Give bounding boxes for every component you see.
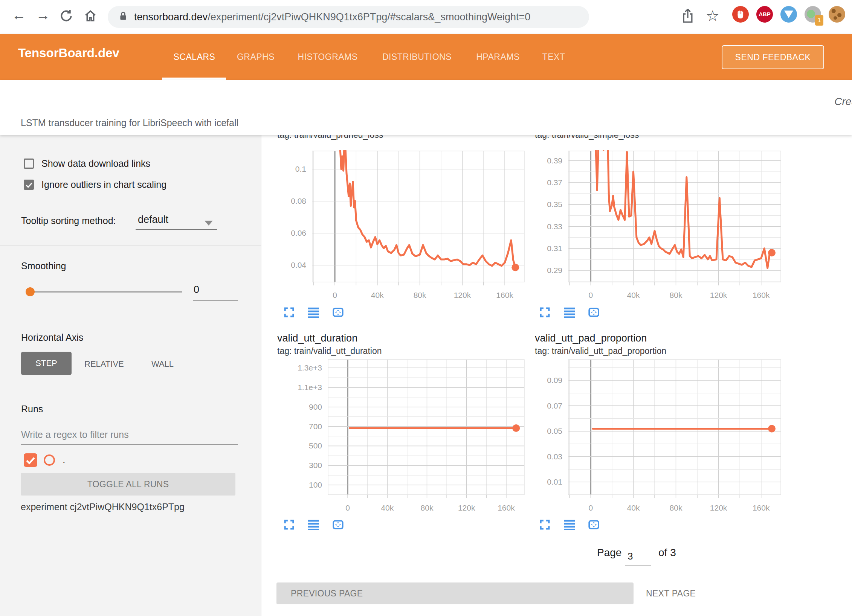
svg-text:0: 0 — [345, 503, 350, 512]
run-checkbox-checked[interactable] — [24, 453, 37, 467]
chart-toolbar — [284, 307, 344, 318]
log-scale-icon[interactable] — [308, 307, 319, 318]
page-number-input[interactable]: 3 — [628, 550, 633, 562]
cookie-extension-icon[interactable] — [829, 6, 845, 23]
log-scale-icon[interactable] — [564, 519, 575, 530]
ignore-outliers-checkbox-row[interactable]: Ignore outliers in chart scaling — [24, 179, 166, 190]
experiment-description: LSTM transducer training for LibriSpeech… — [21, 117, 238, 128]
previous-page-button[interactable]: PREVIOUS PAGE — [276, 582, 634, 604]
svg-text:40k: 40k — [381, 503, 394, 512]
url-text: tensorboard.dev/experiment/cj2vtPiwQHKN9… — [134, 11, 530, 23]
back-icon[interactable]: ← — [9, 5, 29, 25]
reload-icon[interactable] — [56, 5, 76, 25]
tab-scalars[interactable]: SCALARS — [174, 52, 215, 62]
svg-text:0.07: 0.07 — [547, 401, 562, 410]
checkbox-checked-icon[interactable] — [24, 180, 34, 190]
svg-text:80k: 80k — [414, 291, 426, 299]
page-label: Page — [597, 547, 621, 559]
checkbox-unchecked-icon[interactable] — [24, 159, 34, 169]
svg-text:1.1e+3: 1.1e+3 — [298, 383, 322, 392]
chart-toolbar — [539, 307, 599, 318]
share-icon[interactable] — [680, 8, 697, 24]
fit-domain-icon[interactable] — [333, 307, 344, 318]
chart-title: valid_utt_pad_proportion — [535, 332, 647, 344]
tooltip-sorting-dropdown[interactable]: default — [138, 214, 168, 226]
profile-extension-icon[interactable]: 1 — [805, 6, 821, 23]
chart-valid-pruned-loss[interactable]: 0.040.060.080.1040k80k120k160k — [312, 151, 524, 282]
svg-text:0.35: 0.35 — [547, 200, 562, 209]
abp-extension-icon[interactable]: ABP — [756, 6, 773, 23]
smoothing-slider-thumb[interactable] — [26, 287, 35, 296]
adblock-hand-extension-icon[interactable] — [732, 6, 749, 23]
axis-step-button[interactable]: STEP — [21, 352, 72, 375]
run-color-circle-icon[interactable] — [44, 454, 55, 466]
chart-title: valid_utt_duration — [277, 332, 357, 344]
fit-domain-icon[interactable] — [588, 519, 599, 530]
svg-text:160k: 160k — [753, 503, 770, 512]
v-triangle — [784, 11, 793, 18]
tab-histograms[interactable]: HISTOGRAMS — [298, 52, 357, 62]
url-bar[interactable]: tensorboard.dev/experiment/cj2vtPiwQHKN9… — [108, 6, 589, 28]
forward-icon[interactable]: → — [33, 5, 53, 25]
fullscreen-icon[interactable] — [284, 307, 295, 318]
home-icon[interactable] — [81, 5, 100, 25]
fullscreen-icon[interactable] — [284, 519, 295, 530]
fit-domain-icon[interactable] — [588, 307, 599, 318]
svg-text:0.01: 0.01 — [547, 477, 562, 486]
svg-text:0.05: 0.05 — [547, 427, 562, 435]
log-scale-icon[interactable] — [308, 519, 319, 530]
next-page-button[interactable]: NEXT PAGE — [646, 582, 696, 604]
svg-text:120k: 120k — [710, 291, 727, 299]
runs-filter-underline — [21, 444, 238, 445]
sidebar-divider — [0, 315, 261, 315]
svg-text:40k: 40k — [627, 291, 640, 299]
axis-wall-button[interactable]: WALL — [151, 359, 174, 369]
svg-text:0.33: 0.33 — [547, 222, 562, 231]
svg-text:0.04: 0.04 — [291, 261, 306, 269]
tab-text[interactable]: TEXT — [542, 52, 565, 62]
clipped-chart-tag: tag: train/valid_pruned_loss — [277, 135, 488, 140]
tab-distributions[interactable]: DISTRIBUTIONS — [382, 52, 452, 62]
svg-text:0: 0 — [589, 291, 593, 299]
chart-toolbar — [284, 519, 344, 530]
svg-text:0.37: 0.37 — [547, 178, 562, 187]
smoothing-value-underline — [193, 300, 238, 301]
sidebar-divider — [0, 245, 261, 246]
chart-valid-simple-loss[interactable]: 0.290.310.330.350.370.39040k80k120k160k — [568, 151, 781, 282]
svg-text:120k: 120k — [458, 503, 475, 512]
tab-graphs[interactable]: GRAPHS — [237, 52, 275, 62]
bookmark-star-icon[interactable]: ☆ — [704, 8, 721, 24]
svg-text:40k: 40k — [371, 291, 384, 299]
chart-valid-utt-pad-proportion[interactable]: 0.010.030.050.070.09040k80k120k160k — [568, 360, 781, 495]
fullscreen-icon[interactable] — [539, 519, 550, 530]
log-scale-icon[interactable] — [564, 307, 575, 318]
horizontal-axis-label: Horizontal Axis — [21, 332, 83, 343]
svg-text:80k: 80k — [670, 503, 683, 512]
svg-text:0.06: 0.06 — [291, 229, 306, 237]
svg-text:160k: 160k — [753, 291, 770, 299]
page-input-underline — [625, 566, 651, 566]
tooltip-sorting-label: Tooltip sorting method: — [21, 215, 116, 226]
svg-text:0.1: 0.1 — [295, 165, 306, 173]
svg-text:500: 500 — [309, 441, 322, 450]
fit-domain-icon[interactable] — [333, 519, 344, 530]
v-extension-icon[interactable] — [780, 6, 797, 23]
show-download-links-checkbox-row[interactable]: Show data download links — [24, 158, 150, 169]
runs-filter-input[interactable]: Write a regex to filter runs — [21, 429, 129, 440]
chart-valid-utt-duration[interactable]: 1003005007009001.1e+31.3e+3040k80k120k16… — [328, 360, 524, 495]
chart-tag: tag: train/valid_utt_duration — [277, 346, 382, 356]
toggle-all-runs-button[interactable]: TOGGLE ALL RUNS — [21, 473, 235, 496]
chevron-down-icon[interactable] — [205, 221, 213, 226]
chart-tag: tag: train/valid_utt_pad_proportion — [535, 346, 666, 356]
svg-text:300: 300 — [309, 461, 322, 470]
send-feedback-button[interactable]: SEND FEEDBACK — [722, 45, 824, 69]
experiment-name: experiment cj2vtPiwQHKN9Q1tx6PTpg — [21, 502, 185, 512]
lock-icon — [118, 11, 128, 23]
fullscreen-icon[interactable] — [539, 307, 550, 318]
tensorboard-logo[interactable]: TensorBoard.dev — [18, 46, 119, 60]
smoothing-value[interactable]: 0 — [194, 284, 199, 296]
tab-hparams[interactable]: HPARAMS — [476, 52, 520, 62]
smoothing-slider-track[interactable] — [30, 291, 182, 293]
axis-relative-button[interactable]: RELATIVE — [84, 359, 124, 369]
tooltip-dropdown-underline — [136, 229, 217, 230]
